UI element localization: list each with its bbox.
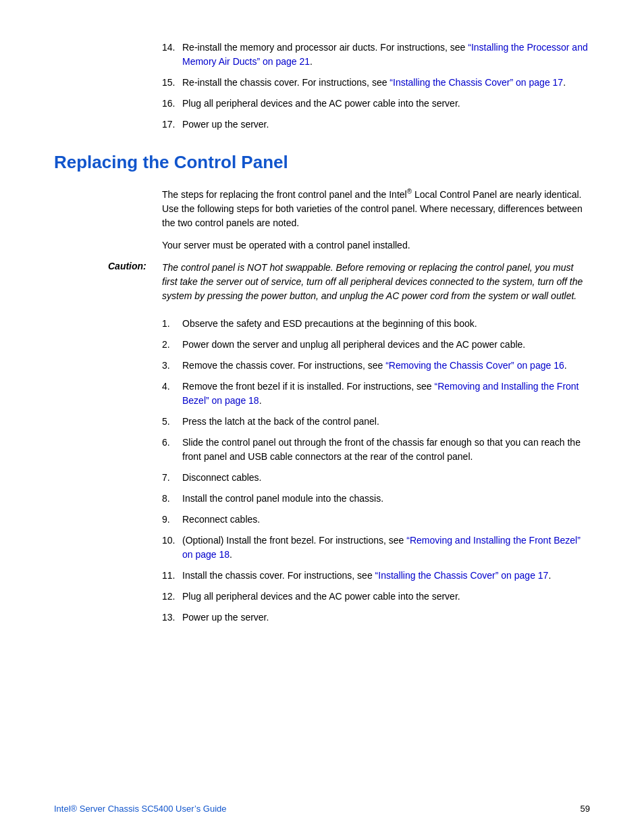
main-steps-list: 1. Observe the safety and ESD precaution…	[162, 317, 590, 625]
item-number: 15.	[162, 76, 182, 90]
item-number: 7.	[162, 471, 182, 485]
item-text: Reconnect cables.	[182, 513, 260, 527]
item-number: 9.	[162, 513, 182, 527]
list-item: 12. Plug all peripheral devices and the …	[162, 590, 590, 604]
caution-text: The control panel is NOT hot swappable. …	[162, 261, 590, 303]
link-installing-chassis-cover-15[interactable]: “Installing the Chassis Cover” on page 1…	[390, 77, 563, 88]
item-number: 4.	[162, 380, 182, 408]
item-number: 13.	[162, 610, 182, 625]
item-number: 2.	[162, 338, 182, 352]
item-text: (Optional) Install the front bezel. For …	[182, 533, 590, 562]
intro-paragraph-2: Your server must be operated with a cont…	[162, 238, 590, 253]
link-installing-chassis-cover-11[interactable]: “Installing the Chassis Cover” on page 1…	[375, 570, 549, 581]
list-item: 7. Disconnect cables.	[162, 471, 590, 485]
list-item: 2. Power down the server and unplug all …	[162, 338, 590, 352]
item-text: Install the chassis cover. For instructi…	[182, 569, 551, 583]
page: 14. Re-install the memory and processor …	[0, 0, 644, 834]
top-numbered-list: 14. Re-install the memory and processor …	[162, 41, 590, 132]
item-text: Re-install the memory and processor air …	[182, 41, 590, 69]
link-removing-chassis-cover[interactable]: “Removing the Chassis Cover” on page 16	[385, 360, 564, 371]
footer-title: Intel® Server Chassis SC5400 User’s Guid…	[54, 804, 227, 814]
item-text: Install the control panel module into th…	[182, 492, 383, 506]
item-text: Power up the server.	[182, 610, 269, 625]
item-text: Press the latch at the back of the contr…	[182, 415, 379, 429]
list-item: 11. Install the chassis cover. For instr…	[162, 569, 590, 583]
item-text: Power up the server.	[182, 118, 269, 132]
item-number: 8.	[162, 492, 182, 506]
item-text: Disconnect cables.	[182, 471, 262, 485]
item-number: 1.	[162, 317, 182, 331]
list-item: 10. (Optional) Install the front bezel. …	[162, 533, 590, 562]
list-item: 5. Press the latch at the back of the co…	[162, 415, 590, 429]
intro-paragraph-1: The steps for replacing the front contro…	[162, 186, 590, 230]
caution-label: Caution:	[108, 261, 162, 303]
item-text: Remove the front bezel if it is installe…	[182, 380, 590, 408]
list-item: 17. Power up the server.	[162, 118, 590, 132]
list-item: 9. Reconnect cables.	[162, 513, 590, 527]
caution-block: Caution: The control panel is NOT hot sw…	[108, 261, 590, 303]
list-item: 16. Plug all peripheral devices and the …	[162, 97, 590, 111]
item-number: 10.	[162, 533, 182, 562]
item-number: 3.	[162, 359, 182, 373]
item-text: Remove the chassis cover. For instructio…	[182, 359, 567, 373]
list-item: 3. Remove the chassis cover. For instruc…	[162, 359, 590, 373]
section-title: Replacing the Control Panel	[54, 152, 590, 173]
item-number: 6.	[162, 436, 182, 464]
registered-mark: ®	[407, 188, 412, 195]
item-number: 17.	[162, 118, 182, 132]
item-number: 14.	[162, 41, 182, 69]
list-item: 8. Install the control panel module into…	[162, 492, 590, 506]
page-footer: Intel® Server Chassis SC5400 User’s Guid…	[0, 804, 644, 814]
list-item: 15. Re-install the chassis cover. For in…	[162, 76, 590, 90]
item-text: Plug all peripheral devices and the AC p…	[182, 590, 460, 604]
list-item: 4. Remove the front bezel if it is insta…	[162, 380, 590, 408]
item-text: Slide the control panel out through the …	[182, 436, 590, 464]
list-item: 13. Power up the server.	[162, 610, 590, 625]
item-text: Plug all peripheral devices and the AC p…	[182, 97, 460, 111]
item-text: Power down the server and unplug all per…	[182, 338, 525, 352]
item-text: Observe the safety and ESD precautions a…	[182, 317, 477, 331]
item-number: 16.	[162, 97, 182, 111]
list-item: 6. Slide the control panel out through t…	[162, 436, 590, 464]
page-number: 59	[581, 804, 590, 814]
item-number: 5.	[162, 415, 182, 429]
item-number: 12.	[162, 590, 182, 604]
item-number: 11.	[162, 569, 182, 583]
item-text: Re-install the chassis cover. For instru…	[182, 76, 566, 90]
list-item: 14. Re-install the memory and processor …	[162, 41, 590, 69]
list-item: 1. Observe the safety and ESD precaution…	[162, 317, 590, 331]
